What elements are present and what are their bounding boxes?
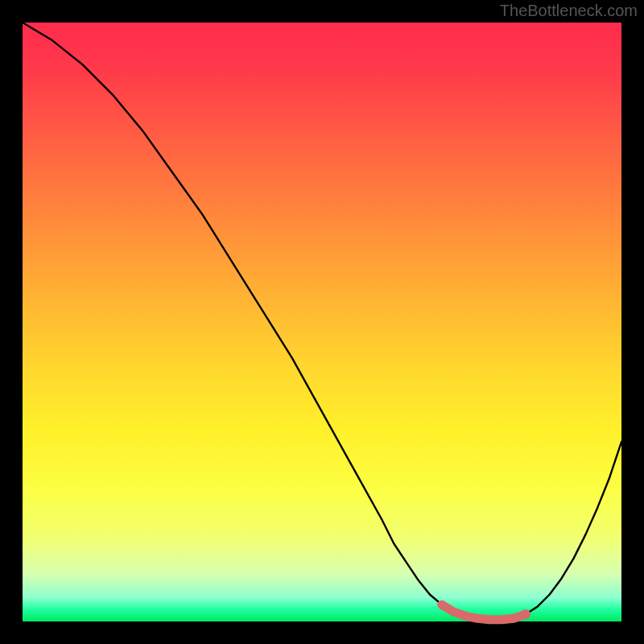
main-curve-path <box>23 23 621 620</box>
highlight-curve-path <box>442 605 526 620</box>
watermark-text: TheBottleneck.com <box>500 2 638 20</box>
chart-container: TheBottleneck.com <box>0 0 644 644</box>
highlight-end-dot <box>521 609 530 619</box>
curve-svg <box>23 23 621 621</box>
plot-area <box>23 23 621 621</box>
